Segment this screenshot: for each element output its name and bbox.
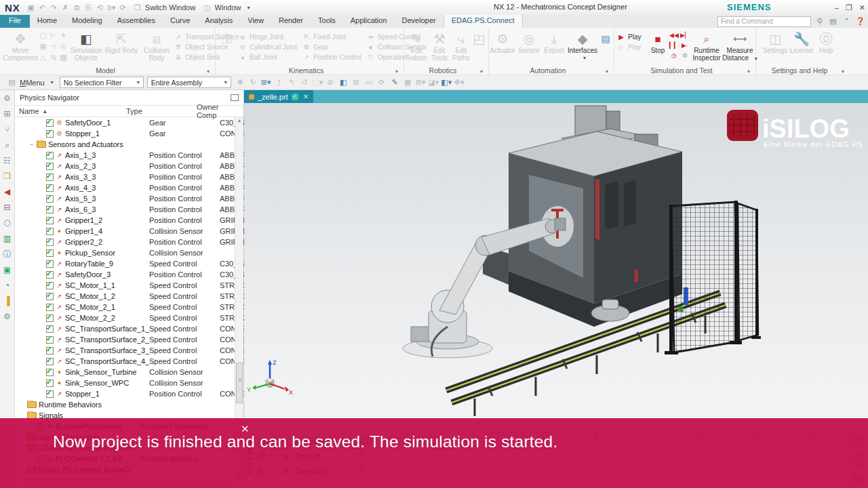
row-checkbox[interactable] [46,369,54,376]
copy-icon[interactable]: ⧉ [71,3,83,12]
robot-tool-icon[interactable]: ⚙ [3,312,11,321]
row-checkbox[interactable] [46,239,54,246]
row-checkbox[interactable] [46,314,54,322]
tree-item-row[interactable]: ↗SC_TransportSurface_3_1Speed ControlCON… [15,345,243,356]
color-scale-icon[interactable]: ▐ [4,296,10,306]
selection-box-icon[interactable]: ⬚▾ [312,78,323,87]
internet-info-icon[interactable]: ⓘ [3,249,12,259]
simulation-objects-button[interactable]: ◧ Simulation Objects [68,29,104,62]
tree-item-row[interactable]: ↗RotaryTable_9Speed ControlC30_ISILO [15,258,243,269]
reuse-library-icon[interactable]: ❐ [3,171,11,181]
gear-icon[interactable]: ⚙ [3,94,11,103]
row-checkbox[interactable] [46,163,54,170]
group-label-settings[interactable]: Settings and Help▾ [756,66,843,75]
hinge-joint-button[interactable]: ⎈Hinge Joint [239,32,302,42]
tree-item-row[interactable]: ↗SC_TransportSurface_1_1Speed ControlCON… [15,323,243,334]
pane-icon[interactable]: ▭ [363,78,375,87]
tree-item-row[interactable]: ↗SC_TransportSurface_4_1Speed ControlCON… [15,356,243,367]
tree-item-row[interactable]: ↗SC_Motor_2_1Speed ControlSTRECKE [15,302,243,312]
signal-monitor-button[interactable]: ▤ [599,29,612,47]
license-button[interactable]: 🔧 License [789,29,814,54]
tree-item-row[interactable]: ↗SC_Motor_1_2Speed ControlSTRECKE [15,291,243,302]
edit-paths-button[interactable]: ⤷ Edit Paths [450,29,472,62]
transport-controls[interactable]: ◀◀ ▶▏ ▎▎ ▶· ◷ ⚙ [669,29,690,62]
undock-icon[interactable] [231,94,239,101]
menu-button[interactable]: ▤ MMenu▾ [6,78,54,87]
new-layout-icon[interactable]: ⊞▾ [260,78,272,87]
snap-view-icon[interactable]: ↰ [286,78,298,87]
row-checkbox[interactable] [46,217,54,224]
group-label-kinematics[interactable]: Kinematics▾ [216,66,397,75]
tab-render[interactable]: Render [271,15,311,28]
row-checkbox[interactable] [46,390,54,398]
interfaces-button[interactable]: ◆ Interfaces▾ [566,29,599,62]
clip-section-icon[interactable]: ⊘ [325,78,336,87]
row-checkbox[interactable] [46,195,54,203]
rotate-view-icon[interactable]: ↺ [299,78,311,87]
sequence-editor-icon[interactable]: ☷ [3,156,11,165]
measure-distance-button[interactable]: ⟷ MeasureDistance ▾ [723,29,757,62]
history-icon[interactable]: ◔ [5,281,9,290]
repeat-icon[interactable]: ⟲ [94,3,106,12]
physics-navigator-icon[interactable]: ⌕ [5,140,9,150]
group-label-simulation[interactable]: Simulation and Test▾ [614,66,749,75]
joint-large-button[interactable]: ⚿ [216,29,239,47]
tab-curve[interactable]: Curve [163,15,197,28]
undo-view-icon[interactable]: ↻ [248,78,259,87]
tree-item-row[interactable]: ●Sink_Sensor_TurbineCollision Sensor [15,367,243,378]
tree-item-row[interactable]: ⚙SafetyDoor_1GearC30_ISILO [15,117,243,128]
row-checkbox[interactable] [46,119,54,127]
undo-icon[interactable]: ↶ [37,3,48,12]
tree-item-row[interactable]: ↗SafetyDoor_3Position ControlC30_ISILO [15,269,243,280]
constraint-navigator-icon[interactable]: ⑂ [5,125,9,134]
row-checkbox[interactable] [46,271,54,279]
refresh-icon[interactable]: ⟳ [376,78,388,87]
gear-button[interactable]: ⚙Gear [302,42,367,52]
help-icon[interactable]: ❓ [855,17,865,26]
tab-home[interactable]: Home [30,15,64,28]
play-disabled-button[interactable]: ▷Play [617,42,647,52]
row-checkbox[interactable] [46,347,54,354]
tree-item-row[interactable]: ↗Stopper_1Position ControlCONVEYO [15,388,243,399]
tree-item-row[interactable]: ↗Axis_4_3Position ControlABB_IRB_ [15,182,243,193]
ball-joint-button[interactable]: ⦁Ball Joint [239,52,302,62]
grid-icon[interactable]: ▦ [402,78,414,87]
sketch-icon[interactable]: ✎ [389,78,401,87]
tab-analysis[interactable]: Analysis [197,15,240,28]
row-checkbox[interactable] [46,249,54,257]
gears-icon[interactable]: ⚙ [679,52,690,62]
column-header-name[interactable]: Name▲ [19,107,126,115]
tree-item-row[interactable]: ↗Axis_3_3Position ControlABB_IRB_ [15,171,243,182]
tree-item-row[interactable]: ●Gripper1_4Collision SensorGRIPPER [15,226,243,237]
robot-movie-button[interactable]: ◰ [472,29,486,47]
edit-tools-button[interactable]: ⚒ Edit Tools [429,29,450,62]
row-checkbox[interactable] [46,174,54,181]
cut-icon[interactable]: ✗ [60,3,71,12]
collision-body-button[interactable]: ⧈ Collision Body [139,29,174,62]
redo-icon[interactable]: ↷ [48,3,60,12]
tree-item-row[interactable]: ↗Gripper1_2Position ControlGRIPPER [15,215,243,226]
assembly-navigator-icon[interactable]: ⊞ [3,109,10,119]
group-label-automation[interactable]: Automation▾ [489,66,607,75]
search-icon[interactable]: ⚲ [814,17,825,26]
position-control-button[interactable]: ↗Position Control [302,52,367,62]
fixed-joint-button[interactable]: ⇱Fixed Joint [302,32,367,42]
row-checkbox[interactable] [46,260,54,268]
column-header-owner[interactable]: Owner Comp [197,103,236,119]
minimize-button[interactable]: – [835,3,839,12]
row-checkbox[interactable] [46,325,54,333]
sketch-quick-icon[interactable]: b▾ [106,3,117,12]
group-label-model[interactable]: Model▾ [3,66,208,75]
group-label-robotics[interactable]: Robotics▾ [404,66,481,75]
column-header-type[interactable]: Type [126,107,197,115]
scrollbar-thumb[interactable] [236,363,243,403]
cylindrical-joint-button[interactable]: ⎊Cylindrical Joint [239,42,302,52]
row-checkbox[interactable] [46,336,54,344]
row-checkbox[interactable] [46,184,54,192]
tab-developer[interactable]: Developer [395,15,443,28]
tree-item-row[interactable]: ●Pickup_SensorCollision Sensor [15,247,243,258]
tab-modeling[interactable]: Modeling [64,15,110,28]
tree-item-row[interactable]: ↗SC_Motor_1_1Speed ControlSTRECKE [15,280,243,291]
close-button[interactable]: ✕ [859,3,865,12]
tab-edag-ps-connect[interactable]: EDAG.PS.Connect [443,15,523,28]
